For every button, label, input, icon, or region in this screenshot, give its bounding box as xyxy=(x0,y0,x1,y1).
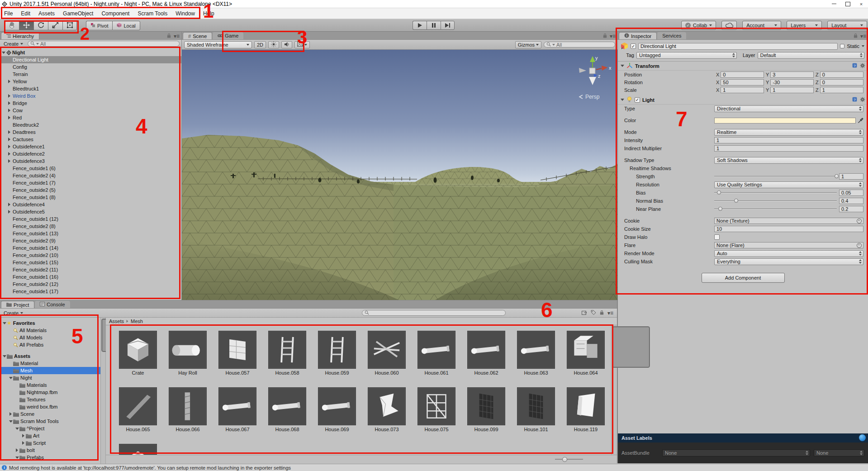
layers-button[interactable]: Layers xyxy=(787,21,822,30)
expand-arrow-icon[interactable] xyxy=(8,145,10,148)
help-book-icon[interactable]: ? xyxy=(852,62,858,69)
hierarchy-item[interactable]: Cactuses xyxy=(0,136,181,143)
transform-scale-y-field[interactable]: 1 xyxy=(770,87,814,93)
hierarchy-item[interactable]: Outsidefence2 xyxy=(0,150,181,157)
eyedropper-icon[interactable] xyxy=(858,118,863,124)
expand-arrow-icon[interactable] xyxy=(8,203,10,206)
dropdown[interactable]: Soft Shadows xyxy=(714,157,863,164)
asset-tile[interactable]: House.073 xyxy=(362,387,412,432)
asset-thumbnail[interactable] xyxy=(218,331,256,369)
dropdown[interactable]: Auto xyxy=(714,250,863,257)
hierarchy-item[interactable]: Fence_outside1 (17) xyxy=(0,288,181,295)
project-tree-item[interactable]: Assets xyxy=(0,352,100,360)
project-tree-item[interactable]: Materials xyxy=(0,381,100,389)
expand-arrow-icon[interactable] xyxy=(2,52,5,54)
asset-preview-orb-icon[interactable] xyxy=(859,434,866,441)
panel-menu-icon[interactable]: ▾≡ xyxy=(607,311,613,315)
panel-menu-icon[interactable]: ▾≡ xyxy=(610,34,616,38)
checkbox[interactable] xyxy=(714,234,720,240)
object-picker-icon[interactable] xyxy=(857,219,862,224)
breadcrumb-mesh[interactable]: Mesh xyxy=(131,319,143,324)
tag-dropdown[interactable]: Untagged xyxy=(636,52,737,59)
scene-audio-button[interactable] xyxy=(281,41,292,48)
panel-menu-icon[interactable]: ▾≡ xyxy=(174,34,180,38)
minimize-button[interactable] xyxy=(827,0,841,8)
hierarchy-item[interactable]: Fence_outside1 (15) xyxy=(0,259,181,266)
project-tree-item[interactable]: Art xyxy=(0,432,100,439)
asset-thumbnail[interactable] xyxy=(368,331,406,369)
grid-scrollbar[interactable] xyxy=(611,325,617,455)
hierarchy-item[interactable]: Fence_outside2 (5) xyxy=(0,186,181,194)
transform-component-header[interactable]: Transform ? xyxy=(618,62,868,71)
menu-help[interactable]: Help xyxy=(199,8,218,19)
menu-gameobject[interactable]: GameObject xyxy=(59,8,97,19)
project-tree-item[interactable]: Textures xyxy=(0,396,100,403)
slider[interactable] xyxy=(714,206,837,212)
asset-thumbnail[interactable] xyxy=(119,331,157,369)
lock-icon[interactable] xyxy=(853,33,858,39)
label-tag-icon[interactable] xyxy=(591,310,596,316)
scene-viewport[interactable]: y x z Persp xyxy=(182,50,617,300)
transform-rotation-y-field[interactable]: -30 xyxy=(770,79,814,86)
dropdown[interactable]: Use Quality Settings xyxy=(714,181,863,188)
menu-edit[interactable]: Edit xyxy=(17,8,34,19)
expand-arrow-icon[interactable] xyxy=(8,94,10,98)
dropdown[interactable]: Realtime xyxy=(714,129,863,136)
asset-tile[interactable]: House.057 xyxy=(213,331,262,376)
hierarchy-item[interactable]: Yellow xyxy=(0,78,181,85)
value-field[interactable]: 10 xyxy=(714,226,863,232)
slider-knob[interactable] xyxy=(718,207,722,211)
transform-rotation-x-field[interactable]: 50 xyxy=(721,79,764,86)
asset-tile[interactable]: Crate xyxy=(113,331,163,376)
hierarchy-item[interactable]: Weird Box xyxy=(0,92,181,100)
asset-tile[interactable]: House.069 xyxy=(312,387,362,432)
hierarchy-item[interactable]: Fence_outside1 (14) xyxy=(0,244,181,252)
hierarchy-item[interactable]: Cow xyxy=(0,107,181,114)
hierarchy-create-button[interactable]: Create xyxy=(2,41,25,47)
active-checkbox[interactable]: ✓ xyxy=(631,43,636,49)
object-picker-icon[interactable] xyxy=(857,243,862,248)
expand-arrow-icon[interactable] xyxy=(22,441,24,445)
expand-arrow-icon[interactable] xyxy=(3,355,6,357)
asset-tile[interactable]: House.060 xyxy=(362,331,412,376)
asset-tile[interactable]: House.058 xyxy=(262,331,312,376)
tab-hierarchy[interactable]: Hierarchy xyxy=(1,32,39,39)
fold-arrow-icon[interactable] xyxy=(621,65,624,67)
project-tree-scrollbar[interactable] xyxy=(100,318,106,464)
transform-scale-x-field[interactable]: 1 xyxy=(721,87,764,93)
expand-arrow-icon[interactable] xyxy=(9,377,13,379)
hierarchy-item[interactable]: Fence_outside2 (12) xyxy=(0,281,181,288)
project-tree-item[interactable]: All Prefabs xyxy=(0,341,100,348)
expand-arrow-icon[interactable] xyxy=(8,101,10,105)
pivot-toggle-button[interactable]: Pivot xyxy=(86,21,112,30)
project-tree-item[interactable]: ^Project xyxy=(0,425,100,432)
asset-thumbnail[interactable] xyxy=(119,387,157,425)
asset-tile[interactable]: House.059 xyxy=(312,331,362,376)
hierarchy-item[interactable]: Outsidefence1 xyxy=(0,143,181,150)
scene-effects-button[interactable] xyxy=(294,41,310,48)
asset-thumbnail[interactable] xyxy=(218,387,256,425)
cloud-button[interactable] xyxy=(721,21,737,30)
asset-tile[interactable]: House.119 xyxy=(561,387,611,432)
hierarchy-item[interactable]: Fence_outside1 (13) xyxy=(0,230,181,237)
project-tree-item[interactable]: bolt xyxy=(0,447,100,454)
lock-icon[interactable] xyxy=(599,310,604,316)
project-tree-item[interactable]: All Materials xyxy=(0,327,100,334)
hierarchy-item[interactable]: Bleedtruck1 xyxy=(0,85,181,92)
add-component-button[interactable]: Add Component xyxy=(702,273,785,283)
menu-assets[interactable]: Assets xyxy=(34,8,59,19)
hierarchy-item[interactable]: Outsidefence5 xyxy=(0,208,181,215)
play-button[interactable] xyxy=(413,21,427,30)
slider-value-field[interactable]: 0.4 xyxy=(839,198,863,204)
expand-arrow-icon[interactable] xyxy=(3,322,6,324)
hierarchy-item[interactable]: Fence_outside2 (9) xyxy=(0,237,181,244)
asset-tile[interactable]: House.101 xyxy=(511,387,561,432)
value-field[interactable]: 1 xyxy=(714,145,863,152)
move-tool-button[interactable] xyxy=(19,21,33,30)
close-button[interactable]: × xyxy=(854,0,868,8)
project-create-button[interactable]: Create xyxy=(2,310,25,316)
asset-thumbnail[interactable] xyxy=(318,387,356,425)
assetbundle-variant-dropdown[interactable]: None xyxy=(814,449,864,457)
hierarchy-item[interactable]: Red xyxy=(0,114,181,121)
hierarchy-item[interactable]: Terrain xyxy=(0,71,181,78)
